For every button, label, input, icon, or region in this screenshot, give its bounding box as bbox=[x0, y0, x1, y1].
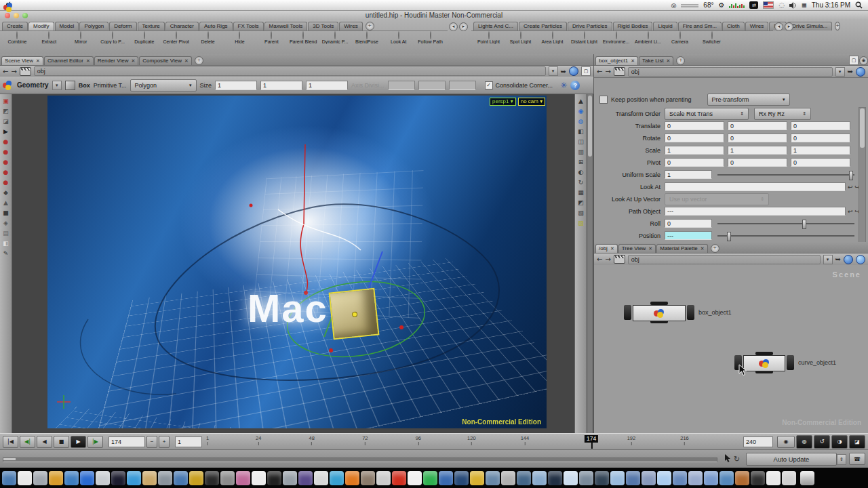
dock-app-icon[interactable] bbox=[80, 471, 94, 485]
dock-app-icon[interactable] bbox=[564, 471, 578, 485]
tool-camera[interactable]: Camera bbox=[664, 32, 696, 44]
translate-z-field[interactable]: 0 bbox=[791, 121, 850, 130]
timeline-scrollbar[interactable] bbox=[3, 458, 717, 462]
cpu-meter-icon[interactable] bbox=[729, 2, 745, 8]
roll-slider[interactable] bbox=[717, 223, 854, 224]
no-cam-badge[interactable]: no cam ▾ bbox=[518, 98, 545, 106]
current-frame-field[interactable]: 174 bbox=[108, 436, 145, 447]
close-tab-icon[interactable]: ✕ bbox=[610, 246, 614, 251]
pivot-x-field[interactable]: 0 bbox=[665, 158, 724, 167]
maximize-pane-icon[interactable]: ▢ bbox=[849, 56, 859, 65]
pane-tab-channel-editor[interactable]: Channel Editor✕ bbox=[44, 56, 94, 65]
pin-pane-icon[interactable]: ➥ bbox=[561, 68, 566, 75]
pane-tab-take-list[interactable]: Take List✕ bbox=[639, 56, 673, 65]
dock-app-icon[interactable] bbox=[96, 471, 110, 485]
dock-app-icon[interactable] bbox=[454, 471, 469, 485]
dock-app-icon[interactable] bbox=[517, 471, 531, 485]
viewport-right-tool-icon[interactable]: ◫ bbox=[578, 138, 584, 145]
zoom-window-button[interactable] bbox=[22, 13, 28, 18]
position-slider[interactable] bbox=[717, 235, 854, 237]
dock-app-icon[interactable] bbox=[408, 471, 422, 485]
shelf-tab-create[interactable]: Create bbox=[2, 22, 28, 30]
tool-spot-light[interactable]: Spot Light bbox=[505, 32, 536, 44]
viewport-right-tool-icon[interactable]: ▨ bbox=[578, 220, 584, 226]
scale-z-field[interactable]: 1 bbox=[791, 146, 850, 155]
dock-app-icon[interactable] bbox=[423, 471, 437, 485]
pane-tab-obj[interactable]: /obj✕ bbox=[595, 244, 618, 253]
dock-app-icon[interactable] bbox=[486, 471, 500, 485]
pane-tab-tree-view[interactable]: Tree View✕ bbox=[618, 244, 656, 253]
go-to-start-button[interactable]: |◀ bbox=[3, 436, 18, 448]
params-path-dropdown-icon[interactable]: ▾ bbox=[835, 67, 845, 77]
close-tab-icon[interactable]: ✕ bbox=[131, 58, 135, 64]
look-at-field[interactable] bbox=[665, 182, 846, 191]
close-tab-icon[interactable]: ✕ bbox=[184, 58, 189, 64]
dock-app-icon[interactable] bbox=[626, 471, 640, 485]
params-forward-icon[interactable]: → bbox=[605, 68, 610, 75]
shelf-tab-model[interactable]: Model bbox=[55, 22, 79, 30]
pane-tab-render-view[interactable]: Render View✕ bbox=[94, 56, 139, 65]
network-path-dropdown-icon[interactable]: ▾ bbox=[823, 255, 833, 264]
dock-app-icon[interactable] bbox=[751, 471, 765, 485]
translate-y-field[interactable]: 0 bbox=[728, 121, 787, 130]
display-icon[interactable]: ◎ bbox=[671, 2, 676, 9]
tool-ambient-li[interactable]: Ambient Li... bbox=[632, 32, 664, 44]
dock-app-icon[interactable] bbox=[470, 471, 484, 485]
dock-app-icon[interactable] bbox=[127, 471, 141, 485]
pane-tab-composite-view[interactable]: Composite View✕ bbox=[139, 56, 192, 65]
scene-path-field[interactable]: obj bbox=[34, 66, 546, 76]
window-titlebar[interactable]: untitled.hip - Houdini Master Non-Commer… bbox=[0, 11, 868, 21]
node-flag-left[interactable] bbox=[624, 305, 631, 320]
consolidate-checkbox[interactable]: ✓ bbox=[485, 81, 493, 89]
bluetooth-icon[interactable]: ◌ bbox=[778, 1, 785, 9]
dock-app-icon[interactable] bbox=[548, 471, 562, 485]
viewport-left-tool-icon[interactable]: ● bbox=[3, 159, 9, 165]
pane-tab-new-tab-button[interactable]: + bbox=[711, 244, 719, 253]
tool-mirror[interactable]: Mirror bbox=[65, 32, 97, 44]
dock-app-icon[interactable] bbox=[361, 471, 375, 485]
rotate-order-dropdown[interactable]: Rx Ry Rz⇕ bbox=[754, 108, 811, 120]
tool-switcher[interactable]: Switcher bbox=[696, 32, 728, 44]
shelf-tab-wires[interactable]: Wires bbox=[745, 22, 768, 30]
dock-app-icon[interactable] bbox=[501, 471, 515, 485]
viewport-right-tool-icon[interactable]: ▥ bbox=[578, 148, 584, 155]
shelf-tab-new-tab-button[interactable]: + bbox=[835, 22, 840, 30]
dock-app-icon[interactable] bbox=[267, 471, 281, 485]
dock-app-icon[interactable] bbox=[298, 471, 313, 485]
shelf-tab-wires[interactable]: Wires bbox=[339, 22, 362, 30]
pane-tab-scene-view[interactable]: Scene View✕ bbox=[1, 56, 43, 65]
dock-app-icon[interactable] bbox=[532, 471, 547, 485]
close-tab-icon[interactable]: ✕ bbox=[86, 58, 90, 64]
frame-increment-button[interactable]: + bbox=[159, 436, 170, 448]
close-tab-icon[interactable]: ✕ bbox=[701, 246, 705, 251]
shelf-tab-create-particles[interactable]: Create Particles bbox=[519, 22, 567, 30]
dock-app-icon[interactable] bbox=[673, 471, 687, 485]
dock-app-icon[interactable] bbox=[657, 471, 671, 485]
hip-options-button[interactable]: ☎ bbox=[849, 453, 865, 465]
viewport-right-tool-icon[interactable]: ▲ bbox=[578, 98, 583, 104]
dock-trash-icon[interactable] bbox=[800, 471, 814, 485]
shelf-tab-cloth[interactable]: Cloth bbox=[722, 22, 745, 30]
dock-app-icon[interactable] bbox=[330, 471, 344, 485]
viewport-right-tool-icon[interactable]: ◧ bbox=[578, 128, 584, 135]
uniform-scale-slider[interactable] bbox=[717, 174, 854, 176]
close-tab-icon[interactable]: ✕ bbox=[631, 58, 635, 64]
playbar-options-button[interactable]: ◪ bbox=[849, 435, 865, 449]
dock-app-icon[interactable] bbox=[33, 471, 47, 485]
temperature-label[interactable]: 68° bbox=[703, 1, 713, 9]
tool-copy-to-p[interactable]: Copy to P... bbox=[97, 32, 129, 44]
look-at-chooser-icon[interactable]: ↩ bbox=[848, 184, 853, 190]
volume-icon[interactable] bbox=[789, 2, 797, 9]
viewport-left-tool-icon[interactable]: ▶ bbox=[3, 128, 8, 135]
stop-button[interactable]: ■ bbox=[54, 436, 69, 448]
dock-app-icon[interactable] bbox=[142, 471, 157, 485]
tool-blendpose[interactable]: BlendPose bbox=[351, 32, 382, 44]
pivot-z-field[interactable]: 0 bbox=[791, 158, 850, 167]
pane-tab-box-object1[interactable]: box_object1✕ bbox=[595, 56, 638, 65]
viewport-left-tool-icon[interactable]: ▤ bbox=[3, 230, 9, 237]
gear-menu-icon[interactable]: ⚙ bbox=[718, 1, 724, 9]
maximize-pane-icon[interactable]: ▢ bbox=[581, 66, 591, 76]
dock-app-icon[interactable] bbox=[189, 471, 203, 485]
viewport-left-tool-icon[interactable]: ◪ bbox=[3, 118, 9, 125]
network-node-box[interactable]: box_object1 bbox=[624, 305, 694, 320]
